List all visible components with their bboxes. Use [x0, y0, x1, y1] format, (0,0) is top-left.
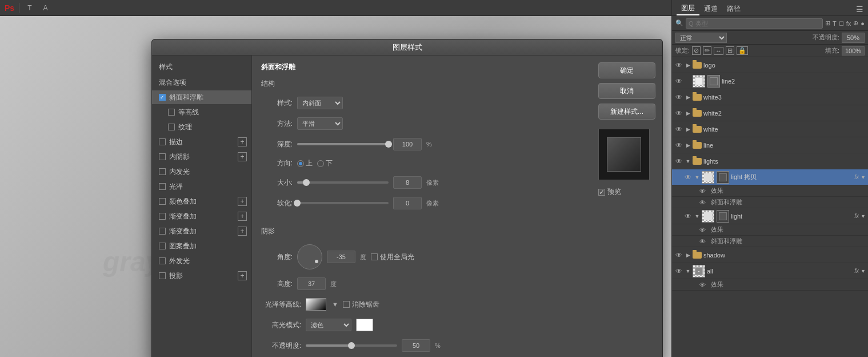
layer-white3[interactable]: 👁 ▶ white3 — [672, 89, 868, 105]
angle-wheel[interactable] — [297, 244, 322, 269]
eye-line[interactable]: 👁 — [674, 141, 683, 150]
eye-light-effects[interactable]: 👁 — [699, 227, 709, 233]
anti-alias-label[interactable]: 消除锯齿 — [343, 300, 379, 310]
gradient1-checkbox[interactable] — [159, 213, 166, 220]
gloss-preview[interactable] — [306, 298, 326, 311]
depth-input[interactable] — [393, 138, 422, 150]
drop-shadow-add-btn[interactable]: + — [238, 271, 247, 280]
global-light-label[interactable]: 使用全局光 — [371, 252, 414, 262]
eye-bevel[interactable]: 👁 — [699, 199, 709, 206]
lock-transparent-icon[interactable]: ⊘ — [692, 46, 701, 55]
light-copy-expand-arrow[interactable]: ▼ — [861, 174, 866, 180]
toolbar-select-tool[interactable]: A — [39, 3, 51, 13]
eye-line2[interactable]: 👁 — [674, 77, 683, 86]
expand-light[interactable]: ▼ — [694, 213, 700, 219]
sidebar-item-color-overlay[interactable]: 颜色叠加 + — [152, 195, 251, 208]
highlight-mode-select[interactable]: 滤色 — [306, 319, 351, 331]
lock-artboard-icon[interactable]: ⊞ — [726, 46, 734, 55]
layer-white[interactable]: 👁 ▶ white — [672, 121, 868, 137]
eye-lights[interactable]: 👁 — [674, 157, 683, 166]
sidebar-item-stroke[interactable]: 描边 + — [152, 135, 251, 149]
color-overlay-checkbox[interactable] — [159, 198, 166, 205]
light-expand-arrow[interactable]: ▼ — [861, 213, 866, 219]
eye-white2[interactable]: 👁 — [674, 109, 683, 118]
inner-shadow-checkbox[interactable] — [159, 153, 166, 160]
angle-input[interactable] — [327, 251, 355, 263]
depth-slider-thumb[interactable] — [385, 141, 392, 148]
size-slider[interactable] — [297, 181, 389, 184]
layer-light-copy[interactable]: 👁 ▼ light 拷贝 fx ▼ — [672, 169, 868, 185]
texture-checkbox[interactable] — [168, 124, 175, 130]
pattern-checkbox[interactable] — [159, 243, 166, 249]
inner-glow-checkbox[interactable] — [159, 168, 166, 175]
eye-light-bevel[interactable]: 👁 — [699, 238, 709, 245]
search-input[interactable] — [686, 18, 823, 29]
panel-menu-icon[interactable]: ☰ — [856, 5, 863, 14]
ok-button[interactable]: 确定 — [598, 62, 655, 78]
expand-white3[interactable]: ▶ — [685, 94, 691, 100]
sidebar-item-outer-glow[interactable]: 外发光 — [152, 254, 251, 268]
new-style-button[interactable]: 新建样式... — [598, 104, 655, 120]
sidebar-item-contour[interactable]: 等高线 — [152, 105, 251, 119]
stroke-add-btn[interactable]: + — [238, 137, 247, 146]
expand-shadow[interactable]: ▶ — [685, 252, 691, 258]
highlight-opacity-slider[interactable] — [306, 344, 397, 347]
sidebar-item-satin[interactable]: 光泽 — [152, 180, 251, 193]
color-overlay-add-btn[interactable]: + — [238, 197, 247, 206]
stroke-checkbox[interactable] — [159, 138, 166, 145]
gradient2-add-btn[interactable]: + — [238, 227, 247, 236]
tab-layers[interactable]: 图层 — [677, 2, 699, 15]
eye-effects[interactable]: 👁 — [699, 188, 709, 195]
gradient2-checkbox[interactable] — [159, 228, 166, 235]
preview-checkbox[interactable]: ✓ — [598, 189, 605, 196]
layer-white2[interactable]: 👁 ▶ white2 — [672, 105, 868, 121]
method-select[interactable]: 平滑 — [297, 117, 343, 130]
direction-up-radio[interactable] — [297, 160, 304, 167]
sidebar-item-gradient1[interactable]: 渐变叠加 + — [152, 209, 251, 223]
blend-mode-select[interactable]: 正常 — [675, 33, 727, 43]
preview-checkbox-label[interactable]: ✓ 预览 — [598, 187, 658, 197]
sidebar-item-blend[interactable]: 混合选项 — [152, 76, 251, 89]
expand-logo[interactable]: ▶ — [685, 62, 691, 68]
expand-white2[interactable]: ▶ — [685, 110, 691, 116]
expand-all[interactable]: ▼ — [685, 268, 691, 274]
expand-light-copy[interactable]: ▼ — [694, 174, 700, 180]
cancel-button[interactable]: 取消 — [598, 83, 655, 99]
highlight-color-swatch[interactable] — [356, 319, 373, 331]
soften-slider-thumb[interactable] — [294, 200, 301, 207]
sidebar-item-inner-glow[interactable]: 内发光 — [152, 165, 251, 178]
tab-channels[interactable]: 通道 — [699, 3, 722, 15]
direction-down-radio[interactable] — [317, 160, 324, 167]
shape-icon[interactable]: ◻ — [839, 19, 844, 27]
type-icon[interactable]: T — [833, 20, 837, 27]
smart-icon[interactable]: ● — [861, 20, 865, 27]
direction-up-label[interactable]: 上 — [297, 158, 313, 168]
lock-all-icon[interactable]: 🔒 — [737, 46, 748, 55]
anti-alias-checkbox[interactable] — [343, 301, 350, 308]
layer-line[interactable]: 👁 ▶ line — [672, 137, 868, 153]
layer-logo[interactable]: 👁 ▶ logo — [672, 57, 868, 73]
drop-shadow-checkbox[interactable] — [159, 272, 166, 279]
altitude-input[interactable] — [297, 277, 326, 290]
filter-icon[interactable]: ⊞ — [825, 19, 830, 27]
contour-checkbox[interactable] — [168, 109, 175, 116]
outer-glow-checkbox[interactable] — [159, 257, 166, 264]
expand-white[interactable]: ▶ — [685, 126, 691, 132]
lock-paint-icon[interactable]: ✏ — [703, 46, 711, 55]
soften-slider[interactable] — [297, 202, 389, 204]
eye-light[interactable]: 👁 — [683, 212, 693, 221]
sidebar-item-inner-shadow[interactable]: 内阴影 + — [152, 150, 251, 164]
adj-icon[interactable]: ⊕ — [853, 19, 858, 27]
eye-logo[interactable]: 👁 — [674, 61, 683, 70]
gloss-dropdown-icon[interactable]: ▼ — [332, 301, 338, 308]
layer-lights[interactable]: 👁 ▼ lights — [672, 153, 868, 169]
expand-lights[interactable]: ▼ — [685, 158, 691, 164]
tab-paths[interactable]: 路径 — [722, 3, 745, 15]
layer-line2[interactable]: 👁 line2 — [672, 73, 868, 89]
lock-position-icon[interactable]: ↔ — [714, 47, 723, 55]
layer-all[interactable]: 👁 ▼ - all fx ▼ — [672, 263, 868, 279]
sidebar-item-gradient2[interactable]: 渐变叠加 + — [152, 224, 251, 238]
eye-white3[interactable]: 👁 — [674, 93, 683, 102]
highlight-opacity-input[interactable] — [402, 339, 430, 352]
fill-input[interactable] — [842, 46, 865, 55]
